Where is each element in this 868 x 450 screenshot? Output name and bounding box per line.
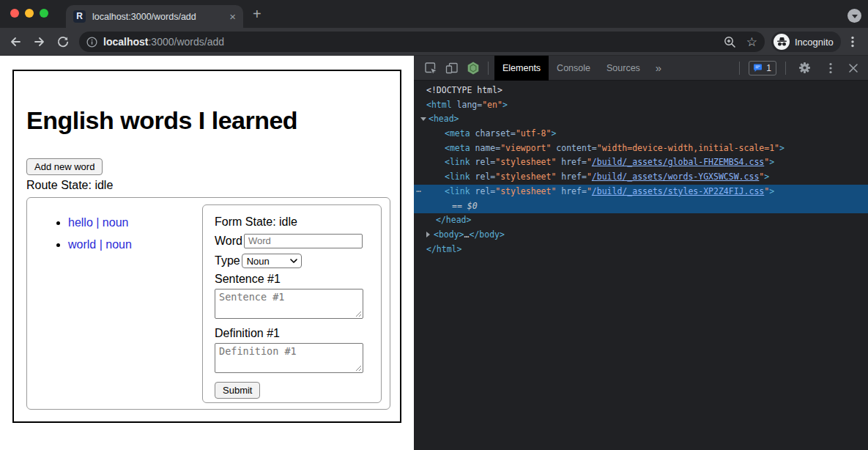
route-state-text: Route State: idle xyxy=(26,179,113,192)
browser-toolbar: localhost:3000/words/add ☆ Incognito xyxy=(0,28,868,56)
minimize-window-button[interactable] xyxy=(25,9,34,18)
add-word-form: Form State: idle Word Type Noun Sentence… xyxy=(202,204,382,403)
chevron-down-icon xyxy=(852,15,858,18)
app-container: English words I learned Add new word Rou… xyxy=(12,70,401,423)
devtools-code-line[interactable]: </html> xyxy=(414,243,868,257)
separator xyxy=(785,62,786,75)
inspect-element-icon[interactable] xyxy=(423,61,438,75)
device-toolbar-icon[interactable] xyxy=(445,61,459,75)
word-list: hello | nounworld | noun xyxy=(27,216,132,260)
resize-handle-icon[interactable] xyxy=(355,311,362,317)
maximize-window-button[interactable] xyxy=(40,9,48,18)
separator xyxy=(739,62,740,75)
info-icon[interactable] xyxy=(86,37,97,48)
zoom-icon[interactable] xyxy=(724,36,736,48)
issues-badge[interactable]: 1 xyxy=(749,61,776,75)
devtools-code-line[interactable]: ⋯<link rel="stylesheet" href="/build/_as… xyxy=(414,185,868,199)
bookmark-star-icon[interactable]: ☆ xyxy=(746,36,757,48)
devtools-code-line[interactable]: <!DOCTYPE html> xyxy=(414,84,868,98)
forward-button[interactable] xyxy=(33,35,46,48)
chevron-down-icon xyxy=(290,259,297,263)
word-input[interactable] xyxy=(244,234,363,248)
tab-close-icon[interactable]: × xyxy=(229,11,236,22)
devtools-code-line[interactable]: <link rel="stylesheet" href="/build/_ass… xyxy=(414,170,868,185)
devtools-tabs: ElementsConsoleSources xyxy=(494,56,648,81)
add-new-word-button[interactable]: Add new word xyxy=(26,158,103,175)
word-list-item: hello | noun xyxy=(68,216,132,229)
back-button[interactable] xyxy=(9,35,22,48)
incognito-label: Incognito xyxy=(795,37,834,48)
word-link[interactable]: world | noun xyxy=(68,238,132,251)
devtools-dom-tree[interactable]: <!DOCTYPE html><html lang="en"><head><me… xyxy=(414,81,868,450)
resize-handle-icon[interactable] xyxy=(355,365,362,372)
devtools-menu-icon[interactable] xyxy=(824,62,837,75)
expand-arrow-down-icon[interactable] xyxy=(420,117,426,121)
devtools-tab-sources[interactable]: Sources xyxy=(598,56,648,81)
browser-tab[interactable]: R localhost:3000/words/add × xyxy=(66,5,243,28)
devtools-tab-elements[interactable]: Elements xyxy=(494,56,549,81)
definition-textarea[interactable] xyxy=(215,343,363,373)
devtools-code-line[interactable]: <meta name="viewport" content="width=dev… xyxy=(414,141,868,156)
definition-label: Definition #1 xyxy=(215,326,369,341)
word-link[interactable]: hello | noun xyxy=(68,216,128,229)
extension-hexagon-icon[interactable] xyxy=(466,61,481,75)
tab-search-button[interactable] xyxy=(847,9,861,23)
form-state-text: Form State: idle xyxy=(215,215,369,229)
devtools-code-line[interactable]: <link rel="stylesheet" href="/build/_ass… xyxy=(414,155,868,170)
separator xyxy=(488,62,489,75)
incognito-icon xyxy=(774,34,790,50)
reload-button[interactable] xyxy=(56,35,70,48)
devtools-toolbar: ElementsConsoleSources » 1 xyxy=(414,56,868,81)
tab-strip: R localhost:3000/words/add × + xyxy=(0,0,868,28)
expand-arrow-right-icon[interactable] xyxy=(426,232,430,237)
sentence-label: Sentence #1 xyxy=(215,272,369,287)
words-panel: hello | nounworld | noun Form State: idl… xyxy=(26,197,390,410)
tab-title: localhost:3000/words/add xyxy=(92,12,225,22)
browser-menu-icon[interactable] xyxy=(846,35,859,48)
address-bar[interactable]: localhost:3000/words/add ☆ xyxy=(79,32,765,52)
submit-button[interactable]: Submit xyxy=(215,382,260,399)
close-devtools-icon[interactable] xyxy=(847,62,859,74)
line-actions-icon[interactable]: ⋯ xyxy=(416,185,420,199)
devtools-code-line[interactable]: </head> xyxy=(414,213,868,228)
devtools-code-line[interactable]: == $0 xyxy=(414,199,868,214)
page-content: English words I learned Add new word Rou… xyxy=(0,56,414,450)
more-tabs-icon[interactable]: » xyxy=(648,62,669,74)
url-text[interactable]: localhost:3000/words/add xyxy=(103,36,224,48)
sentence-textarea[interactable] xyxy=(215,289,363,319)
remix-favicon-icon: R xyxy=(73,10,86,23)
devtools-code-line[interactable]: <meta charset="utf-8"> xyxy=(414,127,868,141)
word-list-item: world | noun xyxy=(68,238,132,251)
page-title: English words I learned xyxy=(26,106,297,135)
close-window-button[interactable] xyxy=(10,9,19,18)
incognito-badge: Incognito xyxy=(771,32,841,52)
devtools-code-line[interactable]: <body>…</body> xyxy=(414,228,868,243)
devtools-code-line[interactable]: <html lang="en"> xyxy=(414,98,868,113)
issue-count: 1 xyxy=(766,63,771,73)
new-tab-button[interactable]: + xyxy=(253,7,261,21)
devtools-panel: ElementsConsoleSources » 1 xyxy=(414,56,868,450)
devtools-code-line[interactable]: <head> xyxy=(414,112,868,127)
devtools-tab-console[interactable]: Console xyxy=(549,56,598,81)
type-select[interactable]: Noun xyxy=(242,254,302,268)
word-label: Word xyxy=(215,235,242,248)
message-bubble-icon xyxy=(753,64,763,73)
settings-gear-icon[interactable] xyxy=(798,61,812,75)
type-label: Type xyxy=(215,254,240,268)
